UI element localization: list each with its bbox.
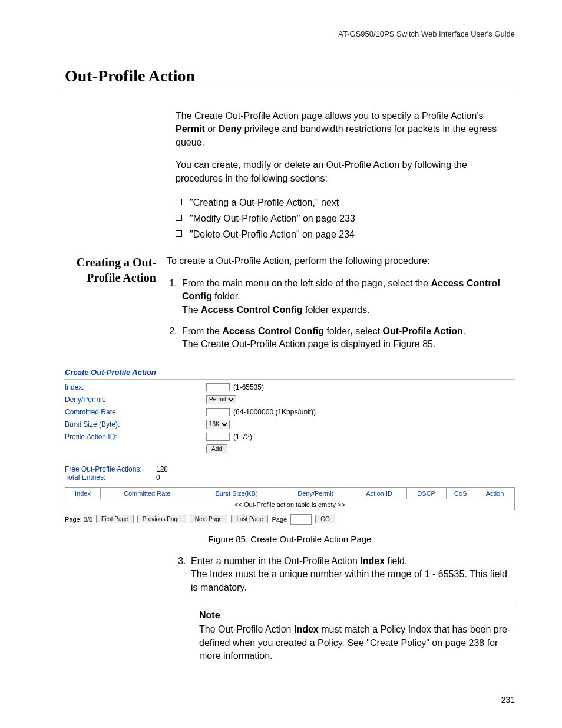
step-2: From the Access Control Config folder, s… bbox=[180, 325, 515, 351]
text: From the bbox=[182, 326, 222, 336]
profile-action-id-hint: (1-72) bbox=[233, 433, 252, 441]
th-burst-size: Burst Size(KB) bbox=[194, 487, 279, 499]
index-hint: (1-65535) bbox=[233, 383, 264, 391]
profile-action-id-label: Profile Action ID: bbox=[65, 433, 206, 441]
intro-paragraph-1: The Create Out-Profile Action page allow… bbox=[176, 110, 515, 149]
empty-message: << Out-Profile action table is empty >> bbox=[65, 499, 515, 510]
add-button[interactable]: Add bbox=[206, 444, 227, 453]
text: folder. bbox=[212, 291, 240, 301]
step-1: From the main menu on the left side of t… bbox=[180, 277, 515, 317]
th-cos: CoS bbox=[446, 487, 475, 499]
text: Enter a number in the Out-Profile Action bbox=[191, 556, 360, 566]
text: . bbox=[463, 326, 465, 336]
text: folder bbox=[324, 326, 350, 336]
page-input[interactable] bbox=[290, 514, 312, 525]
text: select bbox=[355, 326, 382, 336]
last-page-button[interactable]: Last Page bbox=[231, 515, 268, 523]
profile-action-id-input[interactable] bbox=[206, 433, 230, 441]
bold: , bbox=[350, 326, 355, 336]
bullet-list: "Creating a Out-Profile Action," next "M… bbox=[176, 195, 515, 243]
page-indicator: Page: 0/0 bbox=[65, 516, 92, 523]
th-index: Index bbox=[65, 487, 101, 499]
text: The Create Out-Profile Action page allow… bbox=[176, 111, 483, 121]
previous-page-button[interactable]: Previous Page bbox=[137, 515, 186, 523]
text: or bbox=[205, 124, 219, 134]
index-input[interactable] bbox=[206, 383, 230, 391]
figure-caption: Figure 85. Create Out-Profile Action Pag… bbox=[65, 534, 515, 544]
total-entries-value: 0 bbox=[156, 473, 180, 482]
bold: Index bbox=[360, 556, 385, 566]
committed-rate-hint: (64-1000000 (1Kbps/unit)) bbox=[233, 408, 316, 416]
step-3: Enter a number in the Out-Profile Action… bbox=[189, 555, 515, 594]
side-heading: Creating a Out-Profile Action bbox=[65, 255, 156, 285]
steps-list: From the main menu on the left side of t… bbox=[167, 277, 515, 351]
page-header: AT-GS950/10PS Switch Web Interface User'… bbox=[65, 29, 515, 38]
text: folder expands. bbox=[302, 305, 369, 315]
deny-permit-select[interactable]: Permit bbox=[206, 395, 236, 404]
procedure-intro: To create a Out-Profile Action, perform … bbox=[167, 255, 515, 268]
free-actions-value: 128 bbox=[156, 465, 180, 473]
list-item: "Delete Out-Profile Action" on page 234 bbox=[176, 226, 515, 242]
bold-permit: Permit bbox=[176, 124, 205, 134]
intro-paragraph-2: You can create, modify or delete an Out-… bbox=[176, 159, 515, 185]
index-label: Index: bbox=[65, 383, 206, 391]
text: The Create Out-Profile Action page is di… bbox=[182, 339, 435, 349]
text: The Out-Profile Action bbox=[199, 624, 294, 634]
burst-size-label: Burst Size (Byte): bbox=[65, 420, 206, 429]
text: The bbox=[182, 305, 201, 315]
list-item: "Modify Out-Profile Action" on page 233 bbox=[176, 210, 515, 226]
th-action: Action bbox=[475, 487, 515, 499]
text: The Index must be a unique number within… bbox=[191, 569, 507, 592]
bold: Access Control Config bbox=[201, 305, 302, 315]
note-heading: Note bbox=[199, 610, 220, 620]
text: field. bbox=[385, 556, 407, 566]
steps-list-continued: Enter a number in the Out-Profile Action… bbox=[176, 555, 515, 594]
th-action-id: Action ID bbox=[352, 487, 406, 499]
th-deny-permit: Deny/Permit bbox=[279, 487, 352, 499]
th-committed-rate: Committed Rate bbox=[100, 487, 194, 499]
list-item: "Creating a Out-Profile Action," next bbox=[176, 195, 515, 210]
bold: Out-Profile Action bbox=[383, 326, 463, 336]
committed-rate-input[interactable] bbox=[206, 408, 230, 416]
page-label: Page bbox=[272, 516, 287, 523]
total-entries-label: Total Entries: bbox=[65, 473, 156, 482]
bold: Index bbox=[294, 624, 319, 634]
note-block: Note The Out-Profile Action Index must m… bbox=[199, 605, 515, 663]
text: From the main menu on the left side of t… bbox=[182, 278, 431, 288]
burst-size-select[interactable]: 16K bbox=[206, 420, 230, 429]
figure-85: Create Out-Profile Action Index: (1-6553… bbox=[65, 365, 515, 525]
th-dscp: DSCP bbox=[406, 487, 446, 499]
committed-rate-label: Committed Rate: bbox=[65, 408, 206, 416]
free-actions-label: Free Out-Profile Actions: bbox=[65, 465, 156, 473]
panel-title: Create Out-Profile Action bbox=[65, 365, 515, 380]
page-number: 231 bbox=[501, 695, 515, 704]
bold-deny: Deny bbox=[219, 124, 242, 134]
go-button[interactable]: GO bbox=[315, 515, 335, 523]
section-title: Out-Profile Action bbox=[65, 67, 515, 88]
action-table: Index Committed Rate Burst Size(KB) Deny… bbox=[65, 487, 515, 510]
next-page-button[interactable]: Next Page bbox=[190, 515, 228, 523]
bold: Access Control Config bbox=[222, 326, 323, 336]
pager: Page: 0/0 First Page Previous Page Next … bbox=[65, 514, 515, 525]
deny-permit-label: Deny/Permit: bbox=[65, 396, 206, 404]
first-page-button[interactable]: First Page bbox=[96, 515, 134, 523]
